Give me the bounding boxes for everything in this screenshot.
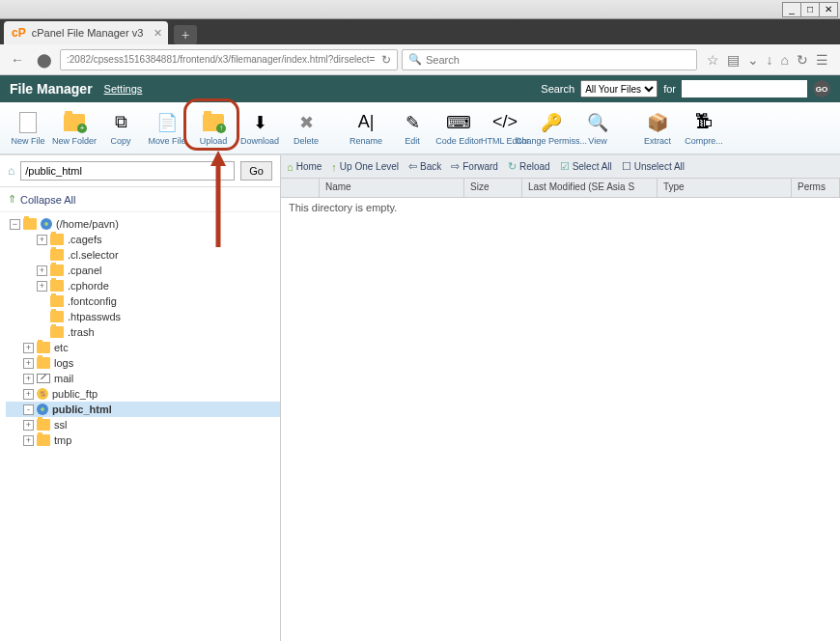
delete-button[interactable]: ✖Delete [284,109,328,148]
download-button[interactable]: ⬇Download [238,109,282,148]
tree-node-htpasswds[interactable]: .htpasswds [6,309,280,324]
browser-search-bar[interactable]: 🔍 [402,49,697,70]
globe-icon[interactable]: ⬤ [33,48,56,71]
expander-icon[interactable]: + [23,389,34,400]
window-close-button[interactable]: ✕ [819,2,838,17]
reader-icon[interactable]: ▤ [727,52,740,68]
folder-icon [50,234,64,245]
change-permissions-button[interactable]: 🔑Change Permiss... [529,109,574,148]
col-type-header[interactable]: Type [658,179,792,197]
page-title: File Manager [10,81,93,97]
browser-tab[interactable]: cP cPanel File Manager v3 ✕ [4,21,168,44]
tree-node-tmp[interactable]: +tmp [6,432,280,448]
expander-icon[interactable]: + [23,435,34,446]
nav-back-button[interactable]: ← [6,48,29,71]
tree-label: ssl [54,419,67,431]
tree-node-logs[interactable]: +logs [6,355,280,371]
col-size-header[interactable]: Size [464,179,522,197]
tree-node-fontconfig[interactable]: .fontconfig [6,293,280,309]
tab-close-icon[interactable]: ✕ [154,27,162,40]
ft-reload-button[interactable]: ↻Reload [508,160,550,173]
folder-icon [50,311,64,322]
ft-forward-button[interactable]: ⇨Forward [451,160,498,173]
tree-node-publicftp[interactable]: +⇅public_ftp [6,386,280,402]
content-area: ⌂ Go Collapse All − (/home/pavn) +.cagef… [0,154,840,641]
tree-node-trash[interactable]: .trash [6,324,280,340]
tree-root[interactable]: − (/home/pavn) [6,216,280,232]
ft-back-button[interactable]: ⇦Back [408,160,441,173]
path-go-button[interactable]: Go [240,161,272,181]
url-bar[interactable]: :2082/cpsess1516384881/frontend/x3/filem… [60,49,398,70]
browser-nav-bar: ← ⬤ :2082/cpsess1516384881/frontend/x3/f… [0,44,840,75]
expander-icon[interactable]: + [23,358,34,369]
expander-icon[interactable]: + [37,235,47,245]
expander-icon[interactable]: + [23,420,34,431]
download-icon[interactable]: ↓ [767,52,773,68]
edit-button[interactable]: ✎Edit [390,109,434,148]
new-file-button[interactable]: New File [6,109,50,148]
tree-label: .cpanel [68,265,101,276]
search-label: Search [541,83,574,95]
file-toolbar: ⌂Home ↑Up One Level ⇦Back ⇨Forward ↻Relo… [281,155,840,179]
compress-button[interactable]: 🗜Compre... [682,109,726,148]
search-scope-select[interactable]: All Your Files [580,80,658,98]
code-editor-button[interactable]: ⌨Code Editor [436,109,481,148]
folder-icon [23,218,37,230]
view-button[interactable]: 🔍View [575,109,620,148]
expander-icon[interactable]: − [10,219,20,230]
expander-icon[interactable] [37,296,47,307]
rename-button[interactable]: A|Rename [344,109,388,148]
pocket-icon[interactable]: ⌄ [747,52,759,68]
reload-icon[interactable]: ↻ [381,53,391,67]
window-minimize-button[interactable]: _ [782,2,801,17]
tree-node-clselector[interactable]: .cl.selector [6,247,280,263]
expander-icon[interactable] [37,327,47,338]
tree-node-cpanel[interactable]: +.cpanel [6,263,280,278]
collapse-all-link[interactable]: Collapse All [0,187,280,212]
expander-icon[interactable]: + [23,374,34,384]
search-go-button[interactable]: GO [813,80,830,98]
tree-node-publichtml[interactable]: -public_html [6,402,280,417]
bookmark-icon[interactable]: ☆ [707,52,719,68]
expander-icon[interactable]: + [23,343,34,353]
new-folder-button[interactable]: +New Folder [52,109,97,148]
tree-label: public_html [52,404,112,415]
tree-label: .trash [68,326,95,338]
folder-icon [50,295,64,307]
expander-icon[interactable] [37,250,47,261]
expander-icon[interactable]: + [37,265,47,276]
extract-button[interactable]: 📦Extract [635,109,680,148]
ft-up-button[interactable]: ↑Up One Level [331,161,399,173]
tree-node-mail[interactable]: +mail [6,371,280,386]
ft-select-all-button[interactable]: ☑Select All [560,160,612,173]
expander-icon[interactable]: - [23,404,34,415]
url-text: :2082/cpsess1516384881/frontend/x3/filem… [67,54,375,65]
col-perms-header[interactable]: Perms [792,179,840,197]
new-tab-button[interactable]: + [174,25,197,44]
tree-node-cagefs[interactable]: +.cagefs [6,232,280,247]
tree-node-ssl[interactable]: +ssl [6,417,280,432]
col-icon-header[interactable] [281,179,320,197]
search-text-input[interactable] [682,80,807,98]
settings-link[interactable]: Settings [104,83,143,95]
expander-icon[interactable] [37,312,47,322]
home-icon[interactable]: ⌂ [781,52,789,68]
browser-search-input[interactable] [426,54,690,66]
ft-unselect-all-button[interactable]: ☐Unselect All [622,160,685,173]
path-input[interactable] [20,161,235,181]
folder-icon [50,326,64,338]
sync-icon[interactable]: ↻ [797,52,808,68]
window-maximize-button[interactable]: □ [800,2,820,17]
col-name-header[interactable]: Name [320,179,464,197]
tree-node-etc[interactable]: +etc [6,340,280,355]
browser-tab-bar: cP cPanel File Manager v3 ✕ + [0,19,840,44]
expander-icon[interactable]: + [37,281,47,292]
upload-button[interactable]: ↑Upload [191,109,236,148]
menu-icon[interactable]: ☰ [816,52,828,68]
move-file-button[interactable]: 📄Move File [145,109,189,148]
tree-node-cphorde[interactable]: +.cphorde [6,278,280,293]
home-mini-icon[interactable]: ⌂ [8,164,14,178]
copy-button[interactable]: ⧉Copy [98,109,143,148]
ft-home-button[interactable]: ⌂Home [287,161,322,173]
col-modified-header[interactable]: Last Modified (SE Asia S [522,179,658,197]
